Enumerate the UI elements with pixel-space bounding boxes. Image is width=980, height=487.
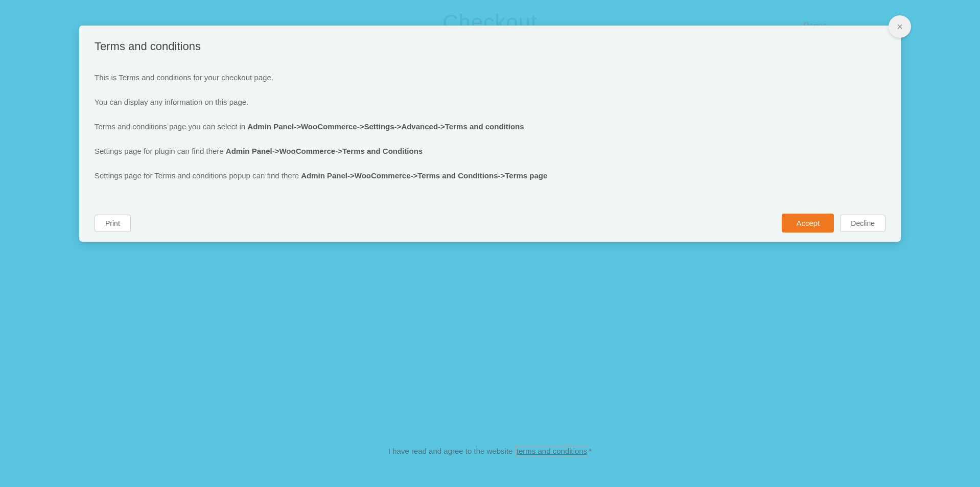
modal-title: Terms and conditions xyxy=(95,40,885,53)
accept-button[interactable]: Accept xyxy=(782,214,834,233)
body-line1: This is Terms and conditions for your ch… xyxy=(95,72,885,84)
body-line5: Settings page for Terms and conditions p… xyxy=(95,170,885,182)
close-icon: × xyxy=(897,21,903,33)
close-button[interactable]: × xyxy=(889,15,911,38)
body-line4: Settings page for plugin can find there … xyxy=(95,145,885,157)
body-line4-bold: Admin Panel->WooCommerce->Terms and Cond… xyxy=(226,147,423,155)
body-line3: Terms and conditions page you can select… xyxy=(95,121,885,133)
modal-body: This is Terms and conditions for your ch… xyxy=(79,61,901,204)
modal-header: Terms and conditions xyxy=(79,26,901,61)
modal-wrapper: × Terms and conditions This is Terms and… xyxy=(79,26,901,461)
body-line2: You can display any information on this … xyxy=(95,96,885,108)
decline-button[interactable]: Decline xyxy=(840,215,885,232)
terms-modal: × Terms and conditions This is Terms and… xyxy=(79,26,901,242)
print-button[interactable]: Print xyxy=(95,215,131,232)
modal-footer: Print Accept Decline xyxy=(79,204,901,242)
body-line5-bold: Admin Panel->WooCommerce->Terms and Cond… xyxy=(301,171,547,180)
footer-actions: Accept Decline xyxy=(782,214,885,233)
body-line3-bold: Admin Panel->WooCommerce->Settings->Adva… xyxy=(247,122,524,131)
